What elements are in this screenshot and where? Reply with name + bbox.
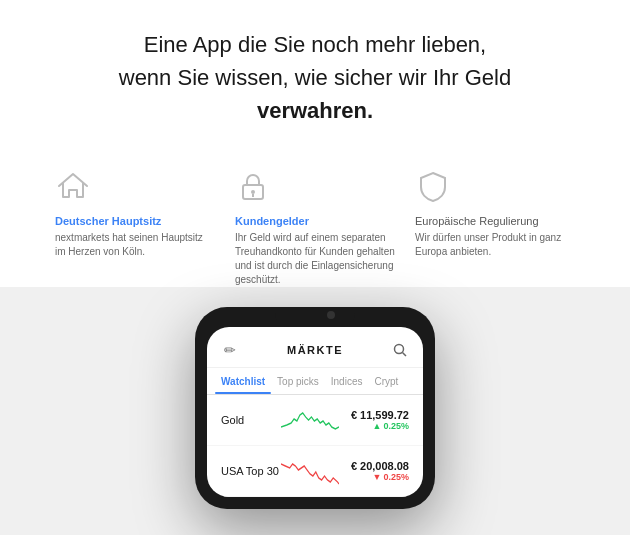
stock-price-gold: € 11,599.72 — [339, 409, 409, 421]
stock-price-usa-top-30: € 20,008.08 — [339, 460, 409, 472]
phone-mockup: ✏ MÄRKTE Watchlist Top picks Indices Cry… — [195, 307, 435, 509]
feature-regulation-title: Europäische Regulierung — [415, 215, 575, 227]
phone-camera — [327, 311, 335, 319]
stock-chart-gold — [281, 405, 339, 435]
hero-line3: verwahren. — [257, 98, 373, 123]
stock-name-gold: Gold — [221, 414, 281, 426]
feature-regulation-desc: Wir dürfen unser Produkt in ganz Europa … — [415, 231, 575, 259]
feature-client-funds-title: Kundengelder — [235, 215, 395, 227]
stock-item-usa-top-30[interactable]: USA Top 30 € 20,008.08 ▼ 0.25% — [207, 446, 423, 497]
tab-watchlist[interactable]: Watchlist — [215, 368, 271, 394]
search-icon[interactable] — [391, 341, 409, 359]
tab-indices[interactable]: Indices — [325, 368, 369, 394]
down-arrow-icon: ▼ — [373, 472, 382, 482]
shield-icon — [415, 169, 451, 205]
page-wrapper: Eine App die Sie noch mehr lieben, wenn … — [0, 0, 630, 535]
up-arrow-icon: ▲ — [373, 421, 382, 431]
svg-line-4 — [403, 353, 407, 357]
tab-top-picks[interactable]: Top picks — [271, 368, 325, 394]
phone-screen: ✏ MÄRKTE Watchlist Top picks Indices Cry… — [207, 327, 423, 497]
app-header: ✏ MÄRKTE — [207, 327, 423, 368]
feature-client-funds: Kundengelder Ihr Geld wird auf einem sep… — [225, 169, 405, 287]
feature-client-funds-desc: Ihr Geld wird auf einem separaten Treuha… — [235, 231, 395, 287]
stock-price-block-usa-top-30: € 20,008.08 ▼ 0.25% — [339, 460, 409, 482]
stock-name-usa-top-30: USA Top 30 — [221, 465, 281, 477]
feature-headquarters: Deutscher Hauptsitz nextmarkets hat sein… — [45, 169, 225, 287]
features-row: Deutscher Hauptsitz nextmarkets hat sein… — [0, 151, 630, 287]
app-header-title: MÄRKTE — [239, 344, 391, 356]
feature-headquarters-title: Deutscher Hauptsitz — [55, 215, 215, 227]
hero-line2: wenn Sie wissen, wie sicher wir Ihr Geld — [119, 65, 511, 90]
feature-regulation: Europäische Regulierung Wir dürfen unser… — [405, 169, 585, 287]
feature-headquarters-desc: nextmarkets hat seinen Hauptsitz im Herz… — [55, 231, 215, 259]
svg-point-1 — [251, 190, 255, 194]
edit-icon: ✏ — [221, 341, 239, 359]
hero-section: Eine App die Sie noch mehr lieben, wenn … — [0, 0, 630, 151]
svg-point-3 — [395, 345, 404, 354]
phone-area: ✏ MÄRKTE Watchlist Top picks Indices Cry… — [0, 287, 630, 535]
house-icon — [55, 169, 91, 205]
stock-change-usa-top-30: ▼ 0.25% — [339, 472, 409, 482]
hero-title: Eine App die Sie noch mehr lieben, wenn … — [80, 28, 550, 127]
phone-notch — [275, 307, 355, 327]
hero-line1: Eine App die Sie noch mehr lieben, — [144, 32, 486, 57]
stock-chart-usa-top-30 — [281, 456, 339, 486]
stock-item-gold[interactable]: Gold € 11,599.72 ▲ 0.25% — [207, 395, 423, 446]
lock-icon — [235, 169, 271, 205]
app-tabs: Watchlist Top picks Indices Crypt — [207, 368, 423, 395]
stock-change-gold: ▲ 0.25% — [339, 421, 409, 431]
tab-crypto[interactable]: Crypt — [368, 368, 404, 394]
stock-price-block-gold: € 11,599.72 ▲ 0.25% — [339, 409, 409, 431]
